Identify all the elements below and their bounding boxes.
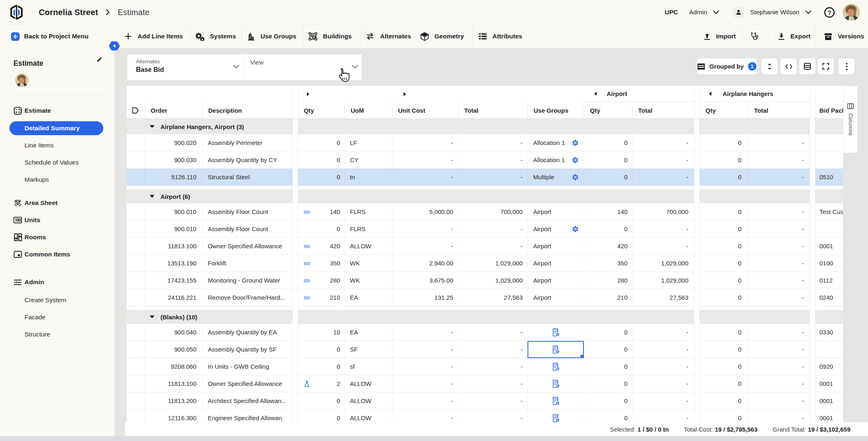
cell-atotal[interactable]: -	[632, 341, 694, 358]
cell-qty[interactable]: 0	[298, 341, 345, 358]
column-header-ucost[interactable]: Unit Cost	[392, 102, 458, 119]
table-row[interactable]: 17423.155Monitoring - Ground Water280WK3…	[127, 272, 843, 289]
column-header-bid[interactable]: Bid Pack	[815, 102, 843, 119]
cell-ahtotal[interactable]: -	[748, 151, 810, 168]
avatar[interactable]	[843, 4, 860, 21]
cell-ahtotal[interactable]: -	[748, 238, 810, 254]
cell-bid[interactable]: 0920	[815, 358, 843, 375]
cell-atotal[interactable]: -	[632, 220, 694, 237]
expand-group-icon[interactable]	[307, 92, 309, 96]
cell-ahtotal[interactable]: -	[748, 220, 810, 237]
cell-ahqty[interactable]: 0	[700, 255, 748, 272]
cell-total[interactable]: -	[458, 358, 527, 375]
cell-total[interactable]: 1,029,000	[458, 255, 527, 272]
cell-order[interactable]: 17423.155	[145, 272, 202, 289]
cell-qty[interactable]: 350	[298, 255, 345, 272]
cell-ucost[interactable]: -	[392, 324, 458, 341]
cell-order[interactable]: 900.010	[145, 220, 202, 237]
cell-ahqty[interactable]: 0	[700, 220, 748, 237]
table-row[interactable]: 900.010Assembly Floor Count0FLRS--Airpor…	[127, 220, 843, 238]
group-row[interactable]: (Blanks) (10)	[127, 310, 843, 324]
cell-total[interactable]: -	[458, 169, 527, 185]
column-header-ahtotal[interactable]: Total	[748, 102, 810, 119]
cell-qty[interactable]: 210	[298, 289, 345, 306]
cell-ucost[interactable]: -	[392, 238, 458, 254]
audit-button[interactable]	[750, 24, 764, 48]
cell-aqty[interactable]: 0	[584, 375, 632, 392]
versions-button[interactable]: Versions	[824, 24, 864, 48]
cell-flag[interactable]	[127, 238, 145, 254]
cell-uom[interactable]: LF	[345, 134, 392, 151]
cell-order[interactable]: 24116.221	[145, 289, 202, 306]
cell-bid[interactable]	[815, 151, 843, 168]
admin-menu[interactable]: Admin	[689, 0, 719, 24]
cell-total[interactable]: -	[458, 341, 527, 358]
more-options-button[interactable]	[839, 58, 855, 74]
cell-order[interactable]: 11813.200	[145, 392, 202, 409]
cell-order[interactable]: 11813.100	[145, 375, 202, 392]
sidebar-item-common-items[interactable]: Common Items	[0, 246, 115, 263]
cell-uom[interactable]: tn	[345, 169, 392, 185]
cell-total[interactable]: -	[458, 410, 527, 422]
cell-atotal[interactable]: -	[632, 134, 694, 151]
column-header-desc[interactable]: Description	[202, 102, 292, 119]
cell-qty[interactable]: 0	[298, 134, 345, 151]
cell-ug[interactable]: Airport	[527, 289, 584, 306]
table-row[interactable]: 900.020Assembly Perimeter0LF--Allocation…	[127, 134, 843, 151]
buildings-button[interactable]: Buildings	[308, 24, 352, 48]
cell-desc[interactable]: Structural Steel	[202, 169, 292, 185]
table-row[interactable]: 900.050Assembly Quantity by SF0SF--0-0-	[127, 341, 843, 358]
cell-order[interactable]: 900.020	[145, 134, 202, 151]
cell-total[interactable]: -	[458, 134, 527, 151]
cell-atotal[interactable]: -	[632, 375, 694, 392]
cell-uom[interactable]: SF	[345, 341, 392, 358]
group-collapse-wrap[interactable]	[149, 315, 155, 318]
cell-aqty[interactable]: 140	[584, 203, 632, 220]
cell-bid[interactable]: 0510	[815, 169, 843, 185]
edit-pencil-icon[interactable]	[96, 56, 102, 62]
cell-atotal[interactable]: -	[632, 392, 694, 409]
table-view-button[interactable]	[799, 58, 815, 74]
cell-ug[interactable]	[527, 392, 584, 409]
cell-total[interactable]: -	[458, 375, 527, 392]
cell-total[interactable]: -	[458, 238, 527, 254]
table-row[interactable]: 5126.110Structural Steel0tn--Multiple0-0…	[127, 169, 843, 186]
cell-ahqty[interactable]: 0	[700, 410, 748, 422]
column-group-airport[interactable]: Airport	[584, 86, 694, 102]
cell-qty[interactable]: 0	[298, 358, 345, 375]
cell-aqty[interactable]: 0	[584, 410, 632, 422]
cell-uom[interactable]: WK	[345, 255, 392, 272]
cell-ahqty[interactable]: 0	[700, 375, 748, 392]
cell-total[interactable]: 27,563	[458, 289, 527, 306]
cell-ucost[interactable]: -	[392, 151, 458, 168]
cell-qty[interactable]: 0	[298, 220, 345, 237]
cell-ug[interactable]	[527, 410, 584, 422]
cell-ahtotal[interactable]: -	[748, 289, 810, 306]
cell-ucost[interactable]: -	[392, 169, 458, 185]
cell-ucost[interactable]: -	[392, 392, 458, 409]
cell-aqty[interactable]: 0	[584, 169, 632, 185]
cell-ucost[interactable]: -	[392, 341, 458, 358]
cell-aqty[interactable]: 350	[584, 255, 632, 272]
cell-ucost[interactable]: -	[392, 134, 458, 151]
cell-desc[interactable]: Assembly Quantity by SF	[202, 341, 292, 358]
cell-uom[interactable]: ALLOW	[345, 410, 392, 422]
cell-order[interactable]: 11813.100	[145, 238, 202, 254]
cell-total[interactable]: 1,029,000	[458, 272, 527, 289]
cell-desc[interactable]: Assembly Floor Count	[202, 220, 292, 237]
table-row[interactable]: 13513.190Forklift350WK2,940.001,029,000A…	[127, 255, 843, 272]
sidebar-item-rooms[interactable]: Rooms	[0, 229, 115, 246]
cell-uom[interactable]: EA	[345, 324, 392, 341]
cell-ucost[interactable]: 3,675.00	[392, 272, 458, 289]
code-view-button[interactable]	[781, 58, 797, 74]
cell-flag[interactable]	[127, 392, 145, 409]
cell-qty[interactable]: 0	[298, 392, 345, 409]
import-button[interactable]: Import	[703, 24, 736, 48]
geometry-button[interactable]: Geometry	[420, 24, 464, 48]
cell-qty[interactable]: 140	[298, 203, 345, 220]
cell-bid[interactable]: Test Cus	[815, 203, 843, 220]
cell-ahtotal[interactable]: -	[748, 410, 810, 422]
cell-ug[interactable]: Airport	[527, 203, 584, 220]
cell-total[interactable]: -	[458, 324, 527, 341]
cell-total[interactable]: -	[458, 151, 527, 168]
